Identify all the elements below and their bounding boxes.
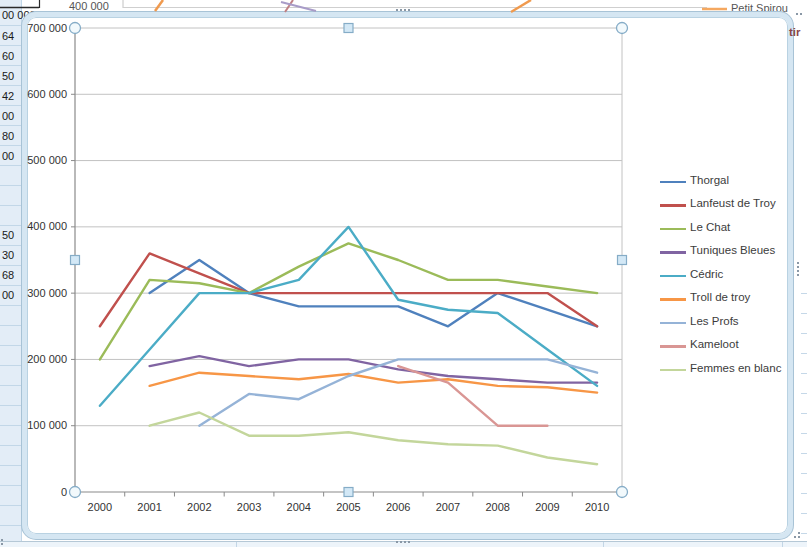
row-gridline [801,473,807,474]
x-axis-label: 2003 [226,501,272,513]
row-gridline [0,325,22,326]
row-gridline [801,373,807,374]
row-gridline [0,45,22,46]
legend-label: Tuniques Bleues [690,244,775,256]
x-axis-label: 2006 [375,501,421,513]
y-axis-label: 600 000 [12,88,67,100]
row-gridline [0,105,22,106]
legend-line-sample [660,275,686,278]
chart-grip-bottom-right[interactable] [794,536,796,538]
y-axis-label: 200 000 [12,353,67,365]
legend-line-sample [660,251,686,254]
row-gridline [0,405,22,406]
row-gridline [0,465,22,466]
chart-grip-top[interactable] [404,9,406,11]
row-gridline [0,505,22,506]
background-series-fragment-pink [285,0,293,12]
row-gridline [0,305,22,306]
row-gridline [0,265,22,266]
x-axis-label: 2000 [77,501,123,513]
legend-line-sample [660,369,686,372]
row-gridline [801,533,807,534]
row-gridline [0,125,22,126]
row-gridline [801,293,807,294]
chart-grip-right[interactable] [797,266,799,268]
row-gridline [801,513,807,514]
row-gridline [0,65,22,66]
excel-canvas: { "background": { "left_column_values": … [0,0,807,547]
cell-value-fragment: 60 [2,50,14,62]
legend-line-sample [660,322,686,325]
row-gridline [0,385,22,386]
row-gridline [801,453,807,454]
legend-label: Femmes en blanc [690,362,781,374]
cell-value-fragment: 30 [2,249,14,261]
legend-label: Troll de troy [690,291,750,303]
legend-line-sample [660,204,686,207]
y-axis-label: 100 000 [12,419,67,431]
x-axis-label: 2002 [176,501,222,513]
row-gridline [0,185,22,186]
chart-grip-right[interactable] [797,270,799,272]
row-gridline [801,333,807,334]
chart-grip-bottom-right[interactable] [798,532,800,534]
cell-value-fragment: 50 [2,70,14,82]
cell-border [782,542,783,547]
row-gridline [801,493,807,494]
x-axis-label: 2004 [276,501,322,513]
legend-line-sample [660,345,686,348]
row-gridline [801,353,807,354]
legend-label: Kameloot [690,338,739,350]
chart-grip-top-right[interactable] [800,13,802,15]
chart-grip-top[interactable] [400,9,402,11]
x-axis-label: 2005 [326,501,372,513]
y-axis-label: 300 000 [12,287,67,299]
cell-value-fragment: 68 [2,269,14,281]
row-gridline [0,525,22,526]
y-axis-label: 0 [12,486,67,498]
x-axis-label: 2001 [127,501,173,513]
chart-grip-top[interactable] [408,9,410,11]
x-axis-label: 2010 [574,501,620,513]
spreadsheet-bottom-row [0,541,807,547]
cell-border [603,542,604,547]
legend-line-sample [660,228,686,231]
row-gridline [801,393,807,394]
legend-label: Les Profs [690,315,739,327]
spreadsheet-left-sliver: 00 0006460504200800050306800 [0,0,22,547]
x-axis-label: 2009 [524,501,570,513]
row-gridline [0,245,22,246]
chart-grip-top[interactable] [396,9,398,11]
background-chart-axis-label: 400 000 [69,0,109,12]
row-gridline [801,433,807,434]
row-gridline [0,205,22,206]
legend-label: Lanfeust de Troy [690,197,776,209]
x-axis-label: 2008 [475,501,521,513]
row-gridline [0,345,22,346]
legend-label: Cédric [690,268,723,280]
legend-label: Thorgal [690,174,729,186]
background-series-fragment-orange [511,0,531,12]
row-gridline [801,313,807,314]
cell-value-fragment: 00 [2,110,14,122]
x-axis-label: 2007 [425,501,471,513]
row-gridline [0,85,22,86]
y-axis-label: 400 000 [12,220,67,232]
background-series-fragment-purple [281,2,316,11]
chart-grip-right[interactable] [797,274,799,276]
y-axis-label: 500 000 [12,154,67,166]
y-axis-label: 700 000 [12,22,67,34]
row-gridline [0,145,22,146]
background-chart-text-fragment: tir [789,26,801,38]
legend-line-sample [660,181,686,184]
legend-line-sample [660,298,686,301]
chart-grip-top-right[interactable] [796,13,798,15]
chart-grip-bottom-right[interactable] [798,536,800,538]
chart-grip-right[interactable] [797,262,799,264]
background-series-fragment-orange [155,0,163,11]
cell-value-fragment: 80 [2,130,14,142]
row-gridline [0,365,22,366]
row-gridline [801,413,807,414]
row-gridline [0,445,22,446]
legend-label: Le Chat [690,221,730,233]
